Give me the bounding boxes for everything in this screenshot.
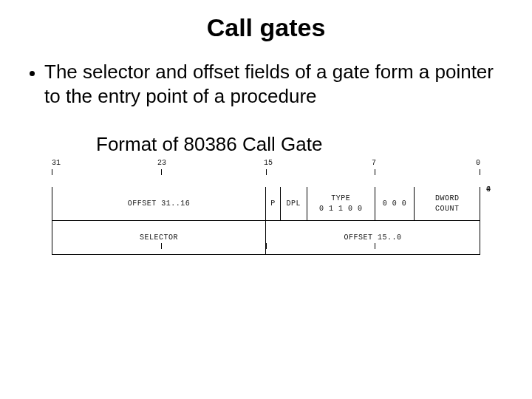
call-gate-diagram: 31 23 15 7 0 OFFSET 31..16 P DPL TYPE 0 …: [52, 159, 480, 262]
field-offset-high: OFFSET 31..16: [52, 187, 266, 220]
slide-title: Call gates: [0, 13, 532, 42]
field-count: COUNT: [435, 204, 460, 214]
top-ticks: [52, 169, 480, 178]
row-offset-4: OFFSET 31..16 P DPL TYPE 0 1 1 0 0 0 0 0…: [52, 187, 480, 221]
bottom-ticks: [52, 243, 480, 252]
bit-7: 7: [372, 159, 376, 167]
bullet-1: The selector and offset fields of a gate…: [44, 60, 505, 108]
field-zeros: 0 0 0: [375, 187, 415, 220]
bit-0: 0: [476, 159, 480, 167]
bit-23: 23: [157, 159, 166, 167]
row-label-0: 0: [486, 185, 491, 194]
field-type-label: TYPE: [331, 194, 350, 204]
diagram-caption: Format of 80386 Call Gate: [96, 133, 532, 156]
bit-31: 31: [52, 159, 61, 167]
field-type-bits: 0 1 1 0 0: [319, 204, 363, 214]
field-type: TYPE 0 1 1 0 0: [307, 187, 375, 220]
field-p: P: [266, 187, 281, 220]
field-dpl: DPL: [281, 187, 307, 220]
field-dword-count: DWORD COUNT: [415, 187, 480, 220]
bit-15: 15: [264, 159, 273, 167]
field-dword: DWORD: [435, 194, 460, 204]
